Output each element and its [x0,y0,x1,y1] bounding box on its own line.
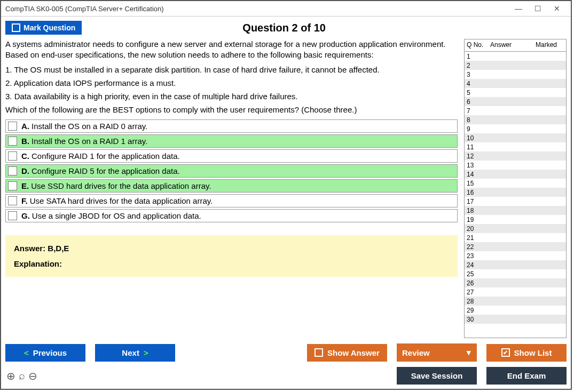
list-row[interactable]: 21 [465,233,566,242]
question-heading: Question 2 of 10 [82,22,486,34]
list-row[interactable]: 11 [465,142,566,151]
explanation-label: Explanation: [14,259,449,268]
list-row[interactable]: 3 [465,70,566,79]
row-qno: 8 [465,116,488,124]
list-row[interactable]: 22 [465,242,566,251]
option-F[interactable]: F. Use SATA hard drives for the data app… [5,194,458,207]
list-row[interactable]: 8 [465,115,566,124]
row-qno: 11 [465,143,488,151]
show-list-button[interactable]: ✔ Show List [486,344,567,362]
next-button[interactable]: Next > [95,344,175,362]
list-row[interactable]: 28 [465,297,566,306]
option-D[interactable]: D. Configure RAID 5 for the application … [5,164,458,178]
list-row[interactable]: 25 [465,269,566,278]
list-row[interactable]: 23 [465,251,566,260]
list-row[interactable]: 29 [465,306,566,315]
checked-square-icon: ✔ [501,348,510,357]
list-row[interactable]: 27 [465,287,566,297]
review-button[interactable]: Review ▾ [397,343,477,362]
list-row[interactable]: 30 [465,315,566,324]
chevron-left-icon: < [24,348,29,357]
list-row[interactable]: 5 [465,88,566,97]
options-list: A. Install the OS on a RAID 0 array.B. I… [5,119,458,222]
row-qno: 17 [465,198,488,205]
list-row[interactable]: 16 [465,188,566,197]
list-row[interactable]: 20 [465,224,566,233]
row-qno: 12 [465,153,488,160]
option-G[interactable]: G. Use a single JBOD for OS and applicat… [5,209,458,222]
end-exam-button[interactable]: End Exam [486,367,567,385]
checkbox-icon[interactable] [8,196,17,205]
list-row[interactable]: 18 [465,206,566,215]
list-row[interactable]: 14 [465,170,566,179]
option-text: Use SATA hard drives for the data applic… [30,196,213,205]
list-row[interactable]: 17 [465,197,566,206]
option-A[interactable]: A. Install the OS on a RAID 0 array. [5,119,458,133]
row-qno: 18 [465,207,488,214]
list-row[interactable]: 7 [465,106,566,115]
list-row[interactable]: 6 [465,97,566,106]
row-qno: 24 [465,261,488,269]
checkbox-icon[interactable] [8,137,17,146]
row-qno: 4 [465,80,488,87]
row-qno: 13 [465,162,488,169]
show-list-label: Show List [514,348,552,357]
question-list-body[interactable]: 1234567891011121314151617181920212223242… [465,52,566,338]
list-row[interactable]: 13 [465,161,566,170]
list-row[interactable]: 9 [465,124,566,133]
list-row[interactable]: 12 [465,151,566,161]
zoom-in-icon[interactable]: ⊕ [6,370,15,382]
checkbox-icon[interactable] [8,181,17,190]
list-row[interactable]: 24 [465,260,566,269]
list-row[interactable]: 26 [465,278,566,287]
previous-label: Previous [33,348,67,357]
row-qno: 7 [465,107,488,115]
checkbox-icon[interactable] [8,151,17,161]
option-letter: A. [21,122,29,131]
row-qno: 1 [465,53,488,60]
option-B[interactable]: B. Install the OS on a RAID 1 array. [5,134,458,148]
question-panel: A systems administrator needs to configu… [5,39,460,338]
checkbox-icon[interactable] [8,122,17,131]
zoom-out-icon[interactable]: ⊖ [28,370,37,382]
row-qno: 29 [465,307,488,314]
option-E[interactable]: E. Use SSD hard drives for the data appl… [5,179,458,193]
option-C[interactable]: C. Configure RAID 1 for the application … [5,149,458,163]
question-intro: A systems administrator needs to configu… [5,39,458,60]
app-window: CompTIA SK0-005 (CompTIA Server+ Certifi… [0,0,572,390]
list-row[interactable]: 15 [465,179,566,188]
close-button[interactable]: ✕ [547,4,567,13]
list-row[interactable]: 10 [465,133,566,142]
maximize-button[interactable]: ☐ [528,4,547,13]
option-letter: E. [21,181,29,190]
review-label: Review [402,348,430,357]
answer-box: Answer: B,D,E Explanation: [5,235,458,277]
row-qno: 19 [465,216,488,223]
option-letter: B. [21,137,29,146]
row-qno: 30 [465,316,488,323]
list-row[interactable]: 19 [465,215,566,224]
titlebar: CompTIA SK0-005 (CompTIA Server+ Certifi… [1,1,571,17]
question-tail: Which of the following are the BEST opti… [5,105,458,114]
checkbox-icon[interactable] [8,211,17,220]
list-row[interactable]: 2 [465,61,566,70]
requirement-3: 3. Data availability is a high priority,… [5,92,458,101]
chevron-right-icon: > [144,348,148,357]
row-qno: 27 [465,289,488,296]
search-icon[interactable]: ⌕ [19,370,25,382]
mark-question-button[interactable]: Mark Question [5,21,82,35]
row-qno: 20 [465,225,488,233]
checkbox-icon[interactable] [8,166,17,175]
minimize-button[interactable]: — [509,4,528,13]
show-answer-button[interactable]: Show Answer [307,344,387,362]
square-icon [314,348,323,357]
row-qno: 15 [465,180,488,187]
list-row[interactable]: 1 [465,52,566,61]
dropdown-icon: ▾ [466,348,471,357]
list-row[interactable]: 4 [465,79,566,88]
list-header: Q No. Answer Marked [465,39,566,52]
previous-button[interactable]: < Previous [5,344,85,362]
mark-checkbox-icon [12,23,20,32]
option-letter: G. [21,211,30,220]
save-session-button[interactable]: Save Session [397,367,477,385]
